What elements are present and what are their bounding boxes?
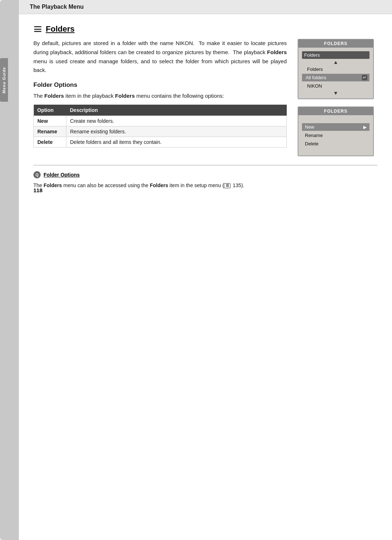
option-new: New: [34, 116, 66, 126]
lcd1-arrow-up: ▲: [302, 60, 369, 65]
menu-icon-line2: [34, 29, 41, 30]
desc-rename: Rename existing folders.: [66, 126, 287, 137]
note-text: The Folders menu can also be accessed us…: [33, 181, 377, 190]
lcd1-item-nikon: NIKON: [302, 82, 369, 90]
lcd2-item-rename: Rename: [302, 132, 369, 139]
header-bar: The Playback Menu: [19, 0, 392, 14]
page-number: 118: [33, 187, 42, 193]
note-title: Folder Options: [44, 172, 80, 178]
options-table: Option Description New Create new folder…: [33, 105, 287, 148]
option-rename: Rename: [34, 126, 66, 137]
lcd1-title: FOLDERS: [298, 40, 373, 48]
page-content: Folders By default, pictures are stored …: [19, 14, 392, 201]
table-header-description: Description: [66, 105, 287, 116]
table-row: New Create new folders.: [34, 116, 287, 126]
lcd2-arrow-right: ▶: [363, 125, 367, 130]
lcd-screen-2: FOLDERS New ▶ Rename Delete: [298, 106, 374, 156]
main-content: The Playback Menu Folders By default, pi…: [19, 0, 392, 540]
option-delete: Delete: [34, 137, 66, 148]
sub-heading: Folder Options: [33, 81, 287, 89]
lcd2-item-delete: Delete: [302, 140, 369, 148]
lcd2-title: FOLDERS: [298, 107, 373, 115]
desc-new: Create new folders.: [66, 116, 287, 126]
sidebar-label: Menu Guide: [2, 67, 6, 93]
lcd1-item-folders-sub: Folders: [302, 65, 369, 73]
sidebar: Menu Guide: [0, 0, 19, 540]
lcd1-body: Folders ▲ Folders All folders ↵ NIKON ▼: [298, 48, 373, 98]
note-heading: Q Folder Options: [33, 171, 377, 178]
desc-delete: Delete folders and all items they contai…: [66, 137, 287, 148]
note-icon: Q: [33, 171, 41, 178]
page-title: The Playback Menu: [30, 4, 84, 10]
right-column: FOLDERS Folders ▲ Folders All folders ↵ …: [298, 39, 377, 156]
bottom-section: Q Folder Options The Folders menu can al…: [33, 165, 377, 190]
table-row: Delete Delete folders and all items they…: [34, 137, 287, 148]
lcd1-item-folders-selected: Folders: [302, 51, 369, 59]
two-col-layout: By default, pictures are stored in a fol…: [33, 39, 377, 156]
ref-icon: ☰: [224, 183, 230, 188]
lcd2-new-label: New: [305, 124, 314, 130]
table-row: Rename Rename existing folders.: [34, 126, 287, 137]
section-heading: Folders: [33, 24, 377, 34]
lcd1-enter-icon: ↵: [362, 75, 367, 80]
sidebar-tab: Menu Guide: [0, 58, 8, 102]
lcd1-arrow-down: ▼: [302, 90, 369, 96]
left-column: By default, pictures are stored in a fol…: [33, 39, 287, 156]
lcd2-body: New ▶ Rename Delete: [298, 115, 373, 156]
lcd2-item-new: New ▶: [302, 123, 369, 131]
options-text: The Folders item in the playback Folders…: [33, 92, 287, 100]
menu-icon-line1: [34, 26, 41, 27]
note-icon-label: Q: [36, 173, 39, 177]
menu-icon-line3: [34, 31, 41, 32]
lcd-screen-1: FOLDERS Folders ▲ Folders All folders ↵ …: [298, 39, 374, 99]
lcd1-item-allfolders: All folders ↵: [302, 74, 369, 81]
lcd1-allfolders-label: All folders: [306, 75, 326, 80]
section-title: Folders: [46, 24, 74, 34]
table-header-option: Option: [34, 105, 66, 116]
menu-icon: [33, 25, 42, 33]
intro-text: By default, pictures are stored in a fol…: [33, 39, 287, 75]
